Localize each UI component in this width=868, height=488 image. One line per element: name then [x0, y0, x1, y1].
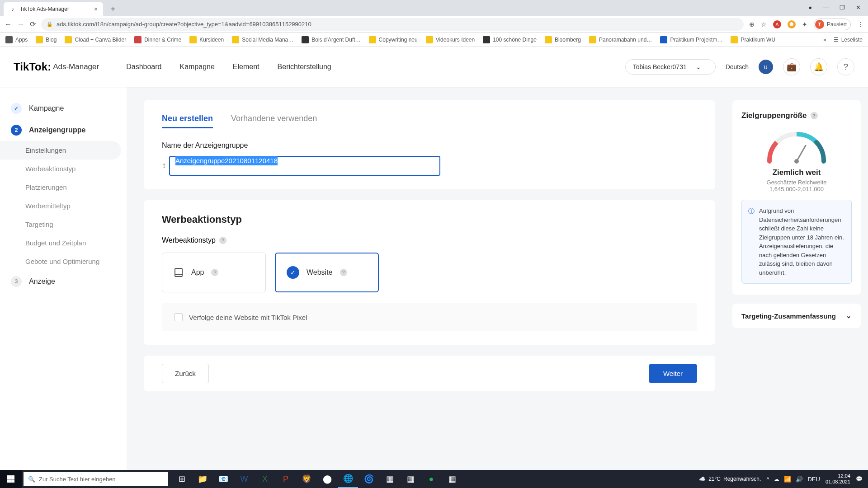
- next-button[interactable]: Weiter: [649, 364, 697, 383]
- nav-element[interactable]: Element: [233, 63, 259, 71]
- bookmark-copy[interactable]: Copywriting neu: [369, 36, 418, 43]
- option-website[interactable]: ✓ Website ?: [275, 253, 379, 292]
- mail-icon[interactable]: 📧: [213, 470, 233, 488]
- close-tab-icon[interactable]: ×: [94, 5, 98, 13]
- substep-einstellungen[interactable]: Einstellungen: [0, 141, 121, 160]
- forward-icon: →: [17, 20, 24, 28]
- substep-werbeaktionstyp[interactable]: Werbeaktionstyp: [0, 160, 127, 178]
- extension-icon[interactable]: ⬢: [788, 20, 796, 28]
- option-app[interactable]: App ?: [162, 253, 266, 292]
- substep-platzierungen[interactable]: Platzierungen: [0, 178, 127, 197]
- bookmark-social[interactable]: Social Media Mana…: [232, 36, 293, 43]
- account-dropdown[interactable]: Tobias Becker0731 ⌄: [625, 59, 716, 75]
- back-icon[interactable]: ←: [5, 20, 12, 28]
- chrome-icon[interactable]: 🌐: [338, 470, 358, 488]
- bookmark-cload[interactable]: Cload + Canva Bilder: [65, 36, 126, 43]
- weather-widget[interactable]: ☁️ 21°C Regenwahrsch.: [699, 476, 761, 482]
- bookmark-overflow-icon[interactable]: »: [823, 37, 826, 43]
- profile-chip[interactable]: T Pausiert: [814, 19, 851, 30]
- substep-targeting[interactable]: Targeting: [0, 215, 127, 234]
- word-icon[interactable]: W: [234, 470, 254, 488]
- language-selector[interactable]: Deutsch: [726, 63, 749, 70]
- info-icon[interactable]: ?: [811, 112, 818, 119]
- onedrive-icon[interactable]: ☁: [774, 476, 779, 483]
- wifi-icon[interactable]: 📶: [784, 476, 791, 483]
- bookmark-panorama[interactable]: Panoramabahn und…: [589, 36, 652, 43]
- nav-kampagne[interactable]: Kampagne: [179, 63, 214, 71]
- brave-icon[interactable]: 🦁: [297, 470, 316, 488]
- notifications-icon[interactable]: 💬: [856, 476, 863, 482]
- start-button[interactable]: [0, 470, 22, 488]
- bookmark-bloomberg[interactable]: Bloomberg: [545, 36, 581, 43]
- app-header: TikTok: Ads-Manager Dashboard Kampagne E…: [0, 47, 868, 87]
- windows-taskbar: 🔍 Zur Suche Text hier eingeben ⊞ 📁 📧 W X…: [0, 470, 868, 488]
- url-bar[interactable]: 🔒 ads.tiktok.com/i18n/campaign/ad-group/…: [41, 18, 744, 31]
- reload-icon[interactable]: ⟳: [30, 20, 36, 28]
- back-button[interactable]: Zurück: [162, 364, 209, 383]
- volume-icon[interactable]: 🔊: [796, 476, 803, 483]
- bookmark-100[interactable]: 100 schöne Dinge: [483, 36, 537, 43]
- tab-vorhandene[interactable]: Vorhandene verwenden: [231, 114, 317, 128]
- substep-gebote[interactable]: Gebote und Optimierung: [0, 252, 127, 271]
- nav-bericht[interactable]: Berichterstellung: [278, 63, 331, 71]
- briefcase-icon[interactable]: 💼: [783, 58, 800, 75]
- star-icon[interactable]: ☆: [761, 21, 767, 28]
- checkbox-icon[interactable]: [175, 313, 183, 321]
- substep-budget[interactable]: Budget und Zeitplan: [0, 234, 127, 252]
- bookmark-blog[interactable]: Blog: [36, 36, 57, 43]
- spotify-icon[interactable]: ●: [421, 470, 441, 488]
- browser-tab[interactable]: ♪ TikTok Ads-Manager ×: [4, 2, 103, 16]
- new-tab-button[interactable]: +: [107, 3, 119, 15]
- info-icon[interactable]: ?: [211, 269, 218, 276]
- reading-list[interactable]: ☰Leseliste: [834, 37, 863, 43]
- obs-icon[interactable]: ⬤: [317, 470, 337, 488]
- close-window-icon[interactable]: ✕: [856, 4, 861, 11]
- taskbar-search[interactable]: 🔍 Zur Suche Text hier eingeben: [24, 472, 168, 486]
- step-kampagne[interactable]: ✓ Kampagne: [0, 98, 127, 119]
- info-icon[interactable]: ?: [219, 237, 226, 244]
- account-dot-icon[interactable]: ●: [808, 4, 812, 11]
- bookmark-video[interactable]: Videokurs Ideen: [426, 36, 475, 43]
- menu-icon[interactable]: ⋮: [857, 21, 863, 28]
- tray-up-icon[interactable]: ^: [766, 476, 769, 483]
- profile-avatar-icon: T: [815, 20, 824, 29]
- language-indicator[interactable]: DEU: [807, 476, 820, 483]
- bell-icon[interactable]: 🔔: [810, 58, 827, 75]
- audience-title: Zielgruppengröße: [741, 111, 807, 120]
- edge-icon[interactable]: 🌀: [359, 470, 379, 488]
- substep-werbemitteltyp[interactable]: Werbemitteltyp: [0, 197, 127, 215]
- bookmark-bois[interactable]: Bois d'Argent Duft…: [302, 36, 360, 43]
- minimize-icon[interactable]: —: [823, 4, 829, 11]
- help-icon[interactable]: ?: [837, 58, 854, 75]
- bookmark-apps[interactable]: Apps: [5, 36, 28, 43]
- bookmark-kursideen[interactable]: Kursideen: [189, 36, 224, 43]
- bookmark-praktikum1[interactable]: Praktikum Projektm…: [660, 36, 722, 43]
- step-anzeigengruppe[interactable]: 2 Anzeigengruppe: [0, 119, 127, 141]
- step-number-icon: 2: [11, 125, 22, 136]
- search-icon: 🔍: [28, 476, 35, 483]
- user-avatar[interactable]: u: [759, 60, 773, 74]
- tab-neu-erstellen[interactable]: Neu erstellen: [162, 114, 213, 128]
- logo[interactable]: TikTok: Ads-Manager: [14, 61, 99, 73]
- extension-abp-icon[interactable]: A: [773, 20, 781, 28]
- tray-icons: ^ ☁ 📶 🔊 DEU: [766, 476, 820, 483]
- bookmark-dinner[interactable]: Dinner & Crime: [134, 36, 181, 43]
- excel-icon[interactable]: X: [255, 470, 275, 488]
- app-icon[interactable]: ▦: [380, 470, 400, 488]
- maximize-icon[interactable]: ❐: [840, 4, 845, 11]
- targeting-summary-card[interactable]: Targeting-Zusammenfassung ⌄: [732, 304, 861, 328]
- app2-icon[interactable]: ▦: [401, 470, 420, 488]
- explorer-icon[interactable]: 📁: [193, 470, 212, 488]
- step-anzeige[interactable]: 3 Anzeige: [0, 271, 127, 292]
- nav-dashboard[interactable]: Dashboard: [126, 63, 161, 71]
- taskbar-clock[interactable]: 12:04 01.08.2021: [826, 473, 850, 485]
- powerpoint-icon[interactable]: P: [276, 470, 296, 488]
- extensions-puzzle-icon[interactable]: ✦: [802, 21, 807, 28]
- info-icon[interactable]: ?: [340, 269, 347, 276]
- zoom-icon[interactable]: ⊕: [749, 21, 755, 28]
- adgroup-name-input[interactable]: Anzeigengruppe20210801120418: [169, 156, 440, 176]
- taskview-icon[interactable]: ⊞: [172, 470, 192, 488]
- pixel-checkbox-row[interactable]: Verfolge deine Website mit TikTok Pixel: [162, 303, 697, 331]
- bookmark-praktikum2[interactable]: Praktikum WU: [731, 36, 775, 43]
- app3-icon[interactable]: ▦: [442, 470, 462, 488]
